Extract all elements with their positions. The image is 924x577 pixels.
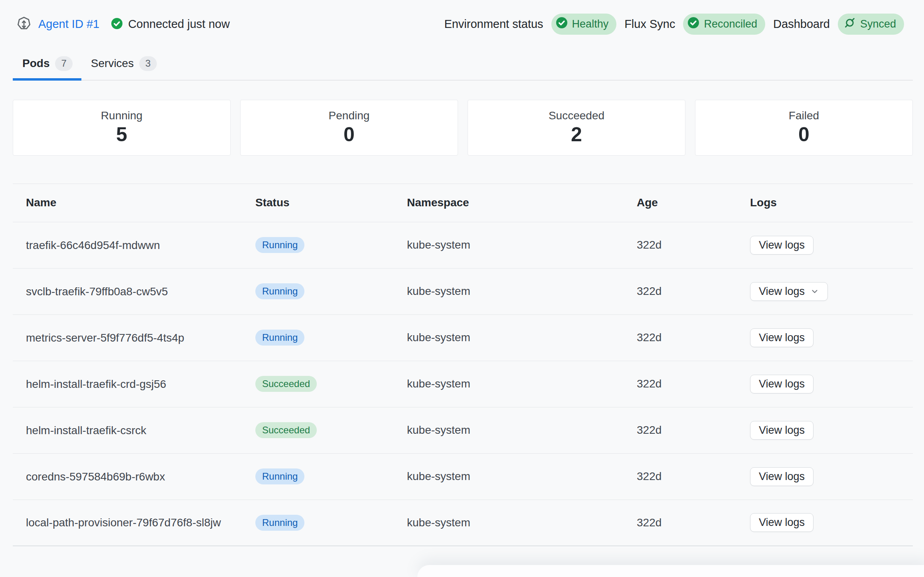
pod-age: 322d [637,377,750,390]
status-badge: Reconciled [683,14,765,35]
pod-status-badge: Running [255,330,304,346]
pod-age: 322d [637,470,750,483]
chevron-down-icon [810,287,819,296]
pod-name: traefik-66c46d954f-mdwwn [26,230,225,260]
pod-age: 322d [637,331,750,344]
tab-bar: Pods 7 Services 3 [13,51,913,81]
pod-age: 322d [637,239,750,251]
table-row: traefik-66c46d954f-mdwwn Running kube-sy… [13,222,913,269]
pod-namespace: kube-system [407,377,637,390]
pod-name: metrics-server-5f9f776df5-4ts4p [26,323,225,353]
pod-status-badge: Running [255,237,304,253]
stat-value: 0 [344,124,355,146]
check-circle-icon [687,16,700,32]
stat-label: Succeeded [549,109,604,122]
pod-status-badge: Succeeded [255,376,317,392]
status-label: Dashboard [773,18,830,31]
tab-count-badge: 3 [139,56,156,71]
tab-count-badge: 7 [55,56,72,71]
pod-namespace: kube-system [407,424,637,437]
stat-card-failed: Failed 0 [695,100,913,156]
stat-label: Pending [329,109,370,122]
view-logs-button[interactable]: View logs [750,467,813,486]
pod-status-badge: Running [255,468,304,484]
table-row: metrics-server-5f9f776df5-4ts4p Running … [13,315,913,361]
bottom-panel-edge [417,565,924,577]
pod-namespace: kube-system [407,331,637,344]
pod-age: 322d [637,516,750,529]
status-label: Flux Sync [624,18,675,31]
sync-icon [843,16,856,32]
pod-status-badge: Running [255,515,304,531]
stat-card-pending: Pending 0 [240,100,458,156]
view-logs-button[interactable]: View logs [750,236,813,255]
pod-namespace: kube-system [407,239,637,251]
pod-name: svclb-traefik-79ffb0a8-cw5v5 [26,277,225,306]
stat-value: 0 [798,124,809,146]
status-badge-text: Synced [860,18,896,30]
view-logs-button[interactable]: View logs [750,421,813,440]
pod-name: helm-install-traefik-crd-gsj56 [26,369,225,399]
view-logs-button[interactable]: View logs [750,513,813,532]
stat-value: 5 [116,124,127,146]
status-badge-text: Healthy [572,18,609,30]
status-label: Environment status [444,18,543,31]
tab-services[interactable]: Services 3 [81,51,166,80]
environment-status-bar: Environment status Healthy Flux Sync Rec… [444,14,904,35]
header: Agent ID #1 Connected just now Environme… [0,0,924,35]
stat-label: Failed [789,109,819,122]
connection-status-text: Connected just now [128,18,230,31]
pod-status-badge: Succeeded [255,422,317,438]
view-logs-button[interactable]: View logs [750,282,828,301]
table-row: local-path-provisioner-79f67d76f8-sl8jw … [13,500,913,546]
stat-label: Running [101,109,142,122]
check-circle-icon [555,16,568,32]
pod-namespace: kube-system [407,285,637,298]
column-header-logs: Logs [750,196,913,209]
pod-age: 322d [637,285,750,298]
pod-stats: Running 5 Pending 0 Succeeded 2 Failed 0 [13,100,913,156]
agent-id-link[interactable]: Agent ID #1 [38,18,99,31]
column-header-name: Name [26,196,255,209]
table-row: coredns-597584b69b-r6wbx Running kube-sy… [13,454,913,500]
table-row: svclb-traefik-79ffb0a8-cw5v5 Running kub… [13,269,913,315]
pod-name: coredns-597584b69b-r6wbx [26,462,225,492]
connected-check-icon [111,17,123,32]
view-logs-button[interactable]: View logs [750,375,813,393]
table-row: helm-install-traefik-crd-gsj56 Succeeded… [13,361,913,407]
table-row: helm-install-traefik-csrck Succeeded kub… [13,407,913,454]
stat-card-succeeded: Succeeded 2 [468,100,685,156]
column-header-namespace: Namespace [407,196,637,209]
status-badge: Synced [838,14,904,35]
pod-age: 322d [637,424,750,437]
pod-status-badge: Running [255,283,304,299]
pod-namespace: kube-system [407,516,637,529]
view-logs-button[interactable]: View logs [750,328,813,347]
stat-card-running: Running 5 [13,100,231,156]
pod-name: helm-install-traefik-csrck [26,415,225,445]
stat-value: 2 [571,124,582,146]
pods-table: Name Status Namespace Age Logs traefik-6… [13,184,913,546]
status-badge-text: Reconciled [704,18,757,30]
table-header-row: Name Status Namespace Age Logs [13,184,913,222]
pod-name: local-path-provisioner-79f67d76f8-sl8jw [26,508,225,537]
column-header-status: Status [255,196,407,209]
pod-namespace: kube-system [407,470,637,483]
agent-icon [15,16,33,33]
status-badge: Healthy [551,14,617,35]
tab-pods[interactable]: Pods 7 [13,51,81,80]
column-header-age: Age [637,196,750,209]
